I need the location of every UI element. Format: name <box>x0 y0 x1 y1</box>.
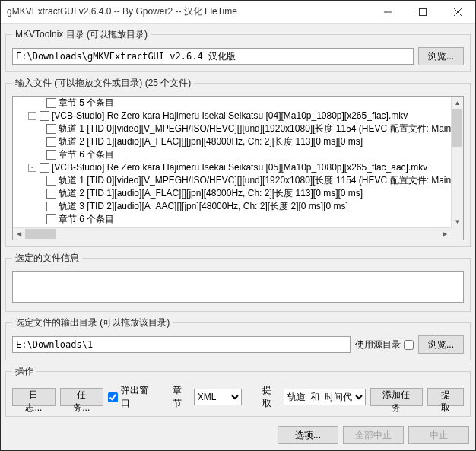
tree-node-label: 轨道 3 [TID 2][audio][A_AAC][][jpn][48000H… <box>59 200 348 213</box>
tree-vertical-scrollbar[interactable]: ▲ ▼ <box>451 97 463 227</box>
add-task-button[interactable]: 添加任务 <box>370 388 424 406</box>
tree-checkbox[interactable] <box>40 163 49 173</box>
footer-bar: 选项... 全部中止 中止 <box>1 421 475 450</box>
mkvtoolnix-browse-button[interactable]: 浏览... <box>418 47 464 65</box>
extract-button[interactable]: 提取 <box>427 388 464 406</box>
tree-track-node[interactable]: 轨道 2 [TID 1][audio][A_FLAC][][jpn][48000… <box>13 187 451 200</box>
tree-track-node[interactable]: 轨道 2 [TID 1][audio][A_FLAC][][jpn][48000… <box>13 135 451 148</box>
tree-checkbox[interactable] <box>40 111 49 121</box>
tree-node-label: 章节 6 个条目 <box>59 148 114 161</box>
input-files-tree[interactable]: 章节 5 个条目-[VCB-Studio] Re Zero kara Hajim… <box>12 96 464 240</box>
chapters-label: 章节 <box>173 384 189 410</box>
tree-track-node[interactable]: 章节 6 个条目 <box>13 213 451 226</box>
chapters-format-select[interactable]: XML <box>194 389 243 405</box>
mkvtoolnix-path-input[interactable] <box>12 48 414 65</box>
output-browse-button[interactable]: 浏览... <box>418 335 464 354</box>
scroll-right-icon[interactable]: ▶ <box>439 228 451 240</box>
window-title: gMKVExtractGUI v2.6.4.0 -- By Gpower2 --… <box>7 5 370 18</box>
use-source-dir-checkbox[interactable]: 使用源目录 <box>355 338 414 351</box>
tree-node-label: 轨道 2 [TID 1][audio][A_FLAC][][jpn][48000… <box>59 187 363 200</box>
scroll-thumb-v[interactable] <box>452 109 462 147</box>
app-window: gMKVExtractGUI v2.6.4.0 -- By Gpower2 --… <box>0 0 476 451</box>
tree-node-label: 轨道 1 [TID 0][video][V_MPEGH/ISO/HEVC][][… <box>59 122 451 135</box>
tree-track-node[interactable]: 轨道 1 [TID 0][video][V_MPEGH/ISO/HEVC][][… <box>13 174 451 187</box>
tree-checkbox[interactable] <box>46 176 56 186</box>
tree-expander-icon[interactable]: - <box>28 112 36 120</box>
selected-info-text[interactable] <box>12 271 464 303</box>
tree-file-node[interactable]: -[VCB-Studio] Re Zero kara Hajimeru Isek… <box>13 161 451 174</box>
tree-track-node[interactable]: 章节 6 个条目 <box>13 148 451 161</box>
tree-node-label: [VCB-Studio] Re Zero kara Hajimeru Iseka… <box>52 161 427 174</box>
popup-window-checkbox[interactable]: 弹出窗口 <box>108 384 153 410</box>
tree-node-label: 章节 5 个条目 <box>59 97 114 110</box>
selected-info-legend: 选定的文件信息 <box>12 252 82 265</box>
tree-node-label: 章节 6 个条目 <box>59 213 114 226</box>
mkvtoolnix-group: MKVToolnix 目录 (可以拖放目录) 浏览... <box>5 28 471 72</box>
maximize-button[interactable] <box>405 1 440 23</box>
selected-info-group: 选定的文件信息 <box>5 252 471 312</box>
titlebar[interactable]: gMKVExtractGUI v2.6.4.0 -- By Gpower2 --… <box>1 1 475 24</box>
popup-window-label: 弹出窗口 <box>121 384 153 410</box>
tree-checkbox[interactable] <box>46 202 56 211</box>
tree-track-node[interactable]: 章节 5 个条目 <box>13 97 451 110</box>
mkvtoolnix-legend: MKVToolnix 目录 (可以拖放目录) <box>12 28 151 41</box>
tree-horizontal-scrollbar[interactable]: ◀ ▶ <box>13 227 451 240</box>
output-dir-input[interactable] <box>12 336 351 353</box>
output-dir-group: 选定文件的输出目录 (可以拖放该目录) 使用源目录 浏览... <box>5 316 471 360</box>
extract-mode-label: 提取 <box>262 384 279 410</box>
input-files-group: 输入文件 (可以拖放文件或目录) (25 个文件) 章节 5 个条目-[VCB-… <box>5 77 471 247</box>
scroll-left-icon[interactable]: ◀ <box>13 228 25 240</box>
scroll-up-icon[interactable]: ▲ <box>452 97 463 109</box>
tree-expander-icon[interactable]: - <box>28 164 36 172</box>
options-button[interactable]: 选项... <box>278 426 338 444</box>
tree-checkbox[interactable] <box>46 124 56 134</box>
scroll-thumb-h[interactable] <box>25 229 56 239</box>
close-button[interactable] <box>440 1 475 23</box>
actions-legend: 操作 <box>12 365 36 378</box>
use-source-dir-label: 使用源目录 <box>355 338 401 351</box>
svg-rect-1 <box>420 8 427 15</box>
output-dir-legend: 选定文件的输出目录 (可以拖放该目录) <box>12 316 173 329</box>
tree-track-node[interactable]: 轨道 3 [TID 2][audio][A_AAC][][jpn][48000H… <box>13 200 451 213</box>
tree-file-node[interactable]: -[VCB-Studio] Re Zero kara Hajimeru Isek… <box>13 110 451 122</box>
tree-node-label: 轨道 1 [TID 0][video][V_MPEGH/ISO/HEVC][][… <box>59 174 451 187</box>
log-button[interactable]: 日志... <box>12 388 56 406</box>
tree-checkbox[interactable] <box>46 137 56 147</box>
input-files-legend: 输入文件 (可以拖放文件或目录) (25 个文件) <box>12 77 194 90</box>
scroll-down-icon[interactable]: ▼ <box>452 215 463 227</box>
tree-checkbox[interactable] <box>46 150 56 160</box>
tree-checkbox[interactable] <box>46 214 56 224</box>
minimize-button[interactable] <box>370 1 405 23</box>
tree-node-label: [VCB-Studio] Re Zero kara Hajimeru Iseka… <box>52 110 408 122</box>
abort-all-button[interactable]: 全部中止 <box>343 426 404 444</box>
extract-mode-select[interactable]: 轨道_和_时间代 <box>284 389 366 405</box>
abort-button[interactable]: 中止 <box>408 426 469 444</box>
tree-track-node[interactable]: 轨道 1 [TID 0][video][V_MPEGH/ISO/HEVC][][… <box>13 122 451 135</box>
tree-checkbox[interactable] <box>46 189 56 199</box>
tasks-button[interactable]: 任务... <box>60 388 103 406</box>
actions-group: 操作 日志... 任务... 弹出窗口 章节 XML 提取 轨道_和_时间代 添 <box>5 365 471 417</box>
tree-node-label: 轨道 2 [TID 1][audio][A_FLAC][][jpn][48000… <box>59 135 363 148</box>
tree-checkbox[interactable] <box>46 98 56 108</box>
